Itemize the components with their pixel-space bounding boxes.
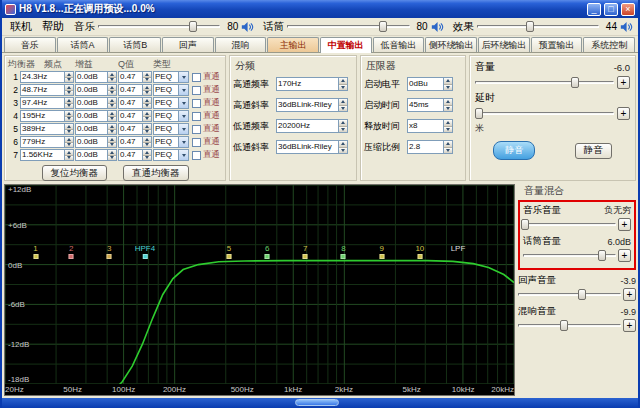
crossover-value[interactable]: 36dBLink-Riley: [276, 98, 348, 112]
q-spinbox[interactable]: 0.47: [118, 123, 152, 135]
freq-spinbox[interactable]: 97.4Hz: [20, 97, 74, 109]
q-spinbox[interactable]: 0.47: [118, 71, 152, 83]
type-select-dropdown-button[interactable]: [178, 85, 188, 95]
gain-spinbox[interactable]: 0.0dB: [75, 110, 117, 122]
delay-slider[interactable]: [475, 107, 614, 120]
volume-plus-button[interactable]: +: [617, 76, 630, 89]
crossover-value[interactable]: 36dBLink-Riley: [276, 140, 348, 154]
tab-12[interactable]: 系统控制: [583, 37, 635, 52]
tab-5[interactable]: 混响: [215, 37, 267, 52]
freq-spinbox[interactable]: 195Hz: [20, 110, 74, 122]
limiter-value-down-button[interactable]: [444, 85, 452, 91]
volume-slider[interactable]: [475, 76, 614, 89]
q-spinbox[interactable]: 0.47: [118, 84, 152, 96]
crossover-value-down-button[interactable]: [339, 106, 347, 112]
q-spinbox[interactable]: 0.47: [118, 149, 152, 161]
mic-level-slider[interactable]: [287, 20, 409, 33]
mixer-slider[interactable]: [518, 288, 621, 301]
q-spinbox-down-button[interactable]: [143, 78, 151, 83]
type-select-dropdown-button[interactable]: [178, 111, 188, 121]
limiter-value-down-button[interactable]: [444, 127, 452, 133]
tab-2[interactable]: 话筒A: [57, 37, 109, 52]
tab-11[interactable]: 预置输出: [531, 37, 583, 52]
slider-thumb[interactable]: [598, 250, 606, 261]
gain-spinbox-down-button[interactable]: [108, 78, 116, 83]
bypass-checkbox[interactable]: [192, 151, 201, 160]
freq-spinbox[interactable]: 779Hz: [20, 136, 74, 148]
type-select[interactable]: PEQ: [153, 110, 189, 122]
limiter-value-down-button[interactable]: [444, 148, 452, 154]
gain-spinbox-down-button[interactable]: [108, 143, 116, 148]
freq-spinbox[interactable]: 24.3Hz: [20, 71, 74, 83]
response-graph[interactable]: +12dB+6dB0dB-6dB-12dB-18dB 123HPF4567891…: [4, 184, 515, 396]
type-select-dropdown-button[interactable]: [178, 72, 188, 82]
gain-spinbox-down-button[interactable]: [108, 104, 116, 109]
type-select-dropdown-button[interactable]: [178, 150, 188, 160]
mute-toggle[interactable]: 静音: [493, 141, 535, 160]
tab-6[interactable]: 主输出: [267, 37, 319, 52]
crossover-value-down-button[interactable]: [339, 85, 347, 91]
menu-item-online[interactable]: 联机: [6, 19, 36, 34]
freq-spinbox-down-button[interactable]: [65, 78, 73, 83]
gain-spinbox[interactable]: 0.0dB: [75, 149, 117, 161]
tab-7[interactable]: 中置输出: [320, 37, 372, 53]
tab-3[interactable]: 话筒B: [109, 37, 161, 52]
minimize-button[interactable]: _: [587, 3, 601, 16]
type-select[interactable]: PEQ: [153, 97, 189, 109]
mixer-plus-button[interactable]: +: [618, 218, 631, 231]
bypass-checkbox[interactable]: [192, 138, 201, 147]
gain-spinbox[interactable]: 0.0dB: [75, 97, 117, 109]
mixer-plus-button[interactable]: +: [618, 249, 631, 262]
crossover-value[interactable]: 170Hz: [276, 77, 348, 91]
slider-thumb[interactable]: [526, 21, 534, 32]
freq-spinbox[interactable]: 389Hz: [20, 123, 74, 135]
slider-thumb[interactable]: [379, 21, 387, 32]
maximize-button[interactable]: □: [604, 3, 618, 16]
q-spinbox-down-button[interactable]: [143, 130, 151, 135]
freq-spinbox-down-button[interactable]: [65, 130, 73, 135]
gain-spinbox-down-button[interactable]: [108, 130, 116, 135]
gain-spinbox[interactable]: 0.0dB: [75, 136, 117, 148]
q-spinbox[interactable]: 0.47: [118, 110, 152, 122]
bypass-eq-button[interactable]: 直通均衡器: [123, 165, 189, 181]
tab-9[interactable]: 侧环绕输出: [425, 37, 477, 52]
gain-spinbox-down-button[interactable]: [108, 117, 116, 122]
limiter-value[interactable]: 2.8: [407, 140, 453, 154]
freq-spinbox-down-button[interactable]: [65, 117, 73, 122]
type-select[interactable]: PEQ: [153, 136, 189, 148]
type-select[interactable]: PEQ: [153, 123, 189, 135]
limiter-value[interactable]: x8: [407, 119, 453, 133]
tab-4[interactable]: 回声: [162, 37, 214, 52]
status-pill[interactable]: [295, 399, 339, 406]
slider-thumb[interactable]: [578, 289, 586, 300]
freq-spinbox-down-button[interactable]: [65, 143, 73, 148]
mixer-slider[interactable]: [518, 319, 621, 332]
gain-spinbox[interactable]: 0.0dB: [75, 123, 117, 135]
q-spinbox-down-button[interactable]: [143, 143, 151, 148]
slider-thumb[interactable]: [521, 219, 529, 230]
q-spinbox-down-button[interactable]: [143, 156, 151, 161]
limiter-value-down-button[interactable]: [444, 106, 452, 112]
bypass-checkbox[interactable]: [192, 73, 201, 82]
bypass-checkbox[interactable]: [192, 99, 201, 108]
mixer-slider[interactable]: [523, 218, 616, 231]
crossover-value-down-button[interactable]: [339, 148, 347, 154]
q-spinbox-down-button[interactable]: [143, 91, 151, 96]
gain-spinbox-down-button[interactable]: [108, 156, 116, 161]
slider-thumb[interactable]: [475, 108, 483, 119]
effect-level-slider[interactable]: [477, 20, 599, 33]
tab-10[interactable]: 后环绕输出: [478, 37, 530, 52]
q-spinbox[interactable]: 0.47: [118, 97, 152, 109]
close-button[interactable]: ×: [621, 3, 635, 16]
bypass-checkbox[interactable]: [192, 125, 201, 134]
crossover-value[interactable]: 20200Hz: [276, 119, 348, 133]
delay-plus-button[interactable]: +: [617, 107, 630, 120]
tab-8[interactable]: 低音输出: [373, 37, 425, 52]
q-spinbox-down-button[interactable]: [143, 104, 151, 109]
menu-item-help[interactable]: 帮助: [38, 19, 68, 34]
freq-spinbox-down-button[interactable]: [65, 104, 73, 109]
limiter-value[interactable]: 0dBu: [407, 77, 453, 91]
reset-eq-button[interactable]: 复位均衡器: [42, 165, 108, 181]
q-spinbox-down-button[interactable]: [143, 117, 151, 122]
slider-thumb[interactable]: [560, 320, 568, 331]
